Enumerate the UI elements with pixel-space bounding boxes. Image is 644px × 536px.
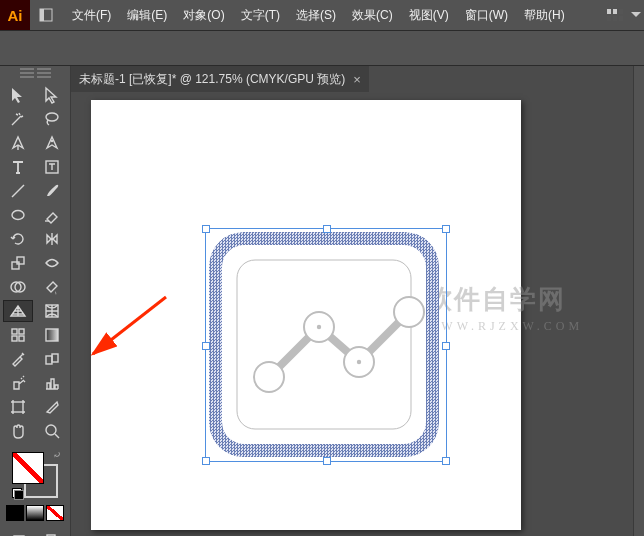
- workspace-switcher-icon[interactable]: [34, 8, 58, 22]
- svg-rect-20: [19, 336, 24, 341]
- svg-rect-19: [12, 336, 17, 341]
- menu-type[interactable]: 文字(T): [233, 0, 288, 30]
- fill-swatch[interactable]: [12, 452, 44, 484]
- eyedropper-tool[interactable]: [3, 348, 33, 370]
- selection-tool[interactable]: [3, 84, 33, 106]
- perspective-grid-tool[interactable]: [3, 300, 33, 322]
- menu-view[interactable]: 视图(V): [401, 0, 457, 30]
- handle-sw[interactable]: [202, 457, 210, 465]
- svg-rect-17: [12, 329, 17, 334]
- ellipse-tool[interactable]: [3, 204, 33, 226]
- color-chip-none[interactable]: [46, 505, 64, 521]
- svg-rect-22: [46, 356, 52, 364]
- paintbrush-tool[interactable]: [37, 180, 67, 202]
- tools-panel: ⤾: [0, 66, 71, 536]
- live-paint-tool[interactable]: [37, 276, 67, 298]
- document-tab[interactable]: 未标题-1 [已恢复]* @ 121.75% (CMYK/GPU 预览) ×: [71, 66, 369, 92]
- svg-rect-4: [619, 9, 623, 14]
- handle-n[interactable]: [323, 225, 331, 233]
- color-chip-gradient[interactable]: [26, 505, 44, 521]
- svg-point-9: [51, 140, 53, 142]
- handle-ne[interactable]: [442, 225, 450, 233]
- eraser-tool[interactable]: [37, 204, 67, 226]
- slice-tool[interactable]: [37, 396, 67, 418]
- menu-edit[interactable]: 编辑(E): [119, 0, 175, 30]
- main-area: ⤾ 未标题-1 [已恢复]* @ 121.75% (CMYK/GPU 预览) ×: [0, 66, 644, 536]
- layout-grid-icon[interactable]: [602, 2, 628, 28]
- mesh-tool[interactable]: [37, 300, 67, 322]
- curvature-tool[interactable]: [37, 132, 67, 154]
- right-panel-strip[interactable]: [633, 66, 644, 536]
- main-menu: 文件(F) 编辑(E) 对象(O) 文字(T) 选择(S) 效果(C) 视图(V…: [64, 0, 573, 30]
- svg-rect-21: [46, 329, 58, 341]
- column-graph-tool[interactable]: [37, 372, 67, 394]
- menu-object[interactable]: 对象(O): [175, 0, 232, 30]
- handle-nw[interactable]: [202, 225, 210, 233]
- default-fill-stroke-icon[interactable]: [12, 488, 24, 500]
- menu-select[interactable]: 选择(S): [288, 0, 344, 30]
- svg-point-25: [46, 425, 56, 435]
- canvas[interactable]: 软件自学网 WWW.RJZXW.COM: [71, 92, 633, 536]
- zoom-tool[interactable]: [37, 420, 67, 442]
- document-tab-title: 未标题-1 [已恢复]* @ 121.75% (CMYK/GPU 预览): [79, 71, 345, 88]
- shape-builder-tool[interactable]: [3, 276, 33, 298]
- blend-tool[interactable]: [37, 348, 67, 370]
- handle-e[interactable]: [442, 342, 450, 350]
- svg-rect-3: [613, 9, 617, 14]
- svg-rect-6: [613, 16, 617, 21]
- type-tool[interactable]: [3, 156, 33, 178]
- width-tool[interactable]: [37, 252, 67, 274]
- document-area: 未标题-1 [已恢复]* @ 121.75% (CMYK/GPU 预览) × 软…: [71, 66, 633, 536]
- control-bar: [0, 31, 644, 66]
- menu-effect[interactable]: 效果(C): [344, 0, 401, 30]
- lasso-tool[interactable]: [37, 108, 67, 130]
- svg-rect-2: [607, 9, 611, 14]
- reflect-tool[interactable]: [37, 228, 67, 250]
- symbol-sprayer-tool[interactable]: [3, 372, 33, 394]
- svg-rect-24: [13, 402, 23, 412]
- handle-w[interactable]: [202, 342, 210, 350]
- ai-logo-icon: Ai: [0, 0, 30, 30]
- menu-help[interactable]: 帮助(H): [516, 0, 573, 30]
- chevron-down-icon[interactable]: [628, 2, 644, 28]
- pattern-tool[interactable]: [3, 324, 33, 346]
- color-mode-row: [0, 502, 70, 524]
- svg-rect-23: [52, 354, 58, 362]
- gradient-tool[interactable]: [37, 324, 67, 346]
- svg-rect-5: [607, 16, 611, 21]
- menu-window[interactable]: 窗口(W): [457, 0, 516, 30]
- svg-rect-7: [619, 16, 623, 21]
- magic-wand-tool[interactable]: [3, 108, 33, 130]
- scale-tool[interactable]: [3, 252, 33, 274]
- color-chip-solid[interactable]: [6, 505, 24, 521]
- pen-tool[interactable]: [3, 132, 33, 154]
- svg-rect-1: [40, 9, 44, 21]
- fill-stroke-control[interactable]: ⤾: [12, 452, 58, 498]
- handle-s[interactable]: [323, 457, 331, 465]
- svg-point-11: [12, 211, 24, 220]
- menu-file[interactable]: 文件(F): [64, 0, 119, 30]
- svg-rect-12: [12, 262, 19, 269]
- draw-normal-icon[interactable]: [4, 530, 34, 536]
- rotate-tool[interactable]: [3, 228, 33, 250]
- svg-rect-13: [17, 257, 24, 264]
- app-titlebar: Ai 文件(F) 编辑(E) 对象(O) 文字(T) 选择(S) 效果(C) 视…: [0, 0, 644, 31]
- draw-behind-icon[interactable]: [38, 530, 68, 536]
- line-tool[interactable]: [3, 180, 33, 202]
- svg-point-8: [46, 113, 58, 121]
- selection-bounding-box[interactable]: [205, 228, 447, 462]
- hand-tool[interactable]: [3, 420, 33, 442]
- artboard-tool[interactable]: [3, 396, 33, 418]
- svg-rect-18: [19, 329, 24, 334]
- direct-selection-tool[interactable]: [37, 84, 67, 106]
- touch-type-tool[interactable]: [37, 156, 67, 178]
- handle-se[interactable]: [442, 457, 450, 465]
- swap-fill-stroke-icon[interactable]: ⤾: [53, 449, 61, 460]
- document-tab-bar: 未标题-1 [已恢复]* @ 121.75% (CMYK/GPU 预览) ×: [71, 66, 633, 92]
- close-tab-icon[interactable]: ×: [353, 72, 361, 87]
